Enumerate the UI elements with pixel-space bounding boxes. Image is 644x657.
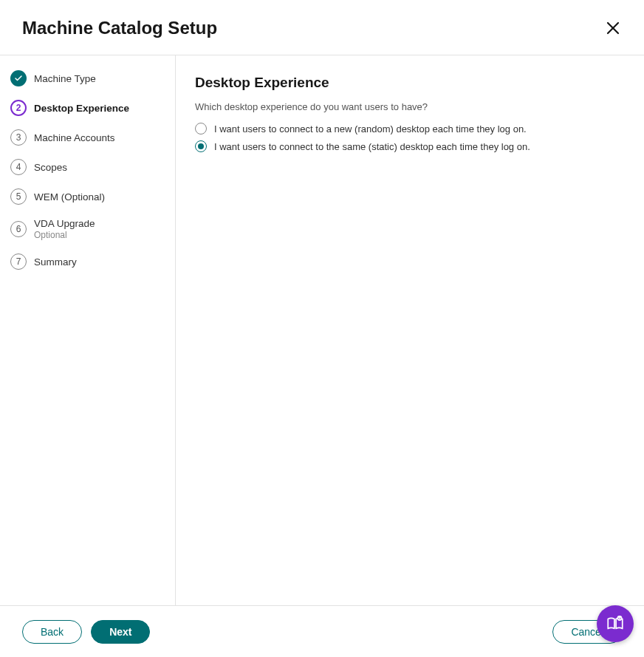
step-label-wrap: VDA Upgrade Optional [34,218,95,240]
step-scopes: 4 Scopes [10,159,165,175]
step-status-pending-icon: 4 [10,159,27,175]
page-prompt: Which desktop experience do you want use… [195,101,622,112]
step-sublabel: Optional [34,230,95,240]
step-wem: 5 WEM (Optional) [10,188,165,205]
close-icon [604,19,622,37]
step-label: Desktop Experience [34,103,129,114]
step-status-pending-icon: 3 [10,129,27,146]
step-status-pending-icon: 6 [10,221,27,237]
close-button[interactable] [604,19,622,37]
step-label: Machine Type [34,73,96,84]
step-status-pending-icon: 5 [10,188,27,205]
help-book-icon [606,614,625,633]
step-label: Summary [34,256,77,268]
check-icon [14,74,23,83]
step-desktop-experience[interactable]: 2 Desktop Experience [10,100,165,116]
step-label: WEM (Optional) [34,191,105,202]
step-status-done-icon [10,70,27,86]
step-label-wrap: Machine Type [34,73,96,84]
step-label-wrap: WEM (Optional) [34,191,105,202]
footer-left-group: Back Next [22,620,150,644]
help-fab-button[interactable] [597,605,634,642]
dialog-body: Machine Type 2 Desktop Experience 3 Mach… [0,55,644,609]
step-label-wrap: Scopes [34,162,67,173]
page-title: Desktop Experience [195,75,622,91]
step-label-wrap: Desktop Experience [34,103,129,114]
dialog-header: Machine Catalog Setup [0,0,644,55]
step-label-wrap: Summary [34,256,77,268]
radio-unselected-icon [195,123,207,135]
wizard-content: Desktop Experience Which desktop experie… [176,55,644,609]
radio-option-static-desktop[interactable]: I want users to connect to the same (sta… [195,140,622,152]
radio-dot-icon [198,143,204,149]
back-button[interactable]: Back [22,620,82,644]
step-label: Scopes [34,162,67,173]
next-button[interactable]: Next [91,620,150,644]
dialog-title: Machine Catalog Setup [22,18,217,38]
step-summary: 7 Summary [10,253,165,270]
step-label: VDA Upgrade [34,218,95,229]
step-machine-accounts: 3 Machine Accounts [10,129,165,146]
step-label: Machine Accounts [34,132,115,143]
step-machine-type[interactable]: Machine Type [10,70,165,86]
radio-option-random-desktop[interactable]: I want users to connect to a new (random… [195,123,622,135]
step-status-pending-icon: 7 [10,253,27,270]
wizard-steps-sidebar: Machine Type 2 Desktop Experience 3 Mach… [0,55,176,609]
radio-label: I want users to connect to a new (random… [214,123,527,135]
radio-label: I want users to connect to the same (sta… [214,141,530,152]
step-label-wrap: Machine Accounts [34,132,115,143]
radio-selected-icon [195,140,207,152]
step-vda-upgrade: 6 VDA Upgrade Optional [10,218,165,240]
dialog-footer: Back Next Cancel [0,605,644,657]
step-status-current-icon: 2 [10,100,27,116]
